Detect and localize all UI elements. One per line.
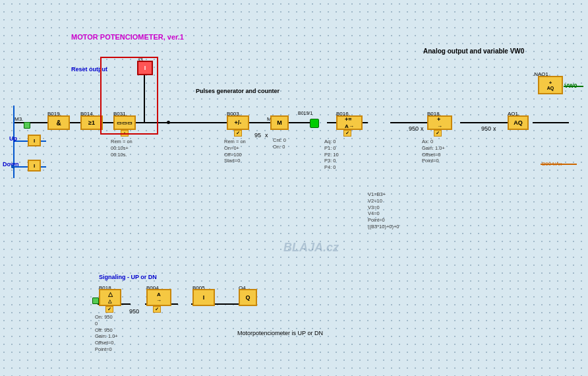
b016-info: Aq: 0 P1: 0 P2: 10 P3: 0 P4: 0 xyxy=(324,139,339,171)
aq1-block[interactable]: AQ xyxy=(508,115,529,130)
b018-info-1: Ax: 0 Gain: 1.0+ Offset=0 Point=0 xyxy=(422,139,445,164)
up-label: Up xyxy=(9,135,17,142)
reset-red-box xyxy=(100,57,158,135)
b016-right-info: V1=B3+ V2=10 V3=0 V4=0 Point=0 ((B3*10)+… xyxy=(368,191,399,230)
b004ax-label: B004/Ax xyxy=(542,161,562,167)
b004-sub: ✓ xyxy=(153,306,161,313)
i2-block[interactable]: I xyxy=(28,160,41,172)
diagram: MOTOR POTENCIOMETER, ver.1 Analog output… xyxy=(0,0,588,376)
naq1-block[interactable]: + AQ xyxy=(538,76,563,94)
val-950-bottom: 950 xyxy=(129,308,139,315)
b031-info: Rem = on 00:10s+ 00:10s. xyxy=(111,139,132,158)
b018-sub2: ✓ xyxy=(105,306,113,313)
b018-bottom-info: On: 950 0 Off: 950 Gain: 1.0+ Offset=0 P… xyxy=(95,314,118,353)
val-950-2: 950 xyxy=(481,125,491,132)
wire-aq1-naq1 xyxy=(533,122,569,123)
watermark: BLAJA.cz xyxy=(283,241,339,255)
dot-1 xyxy=(167,121,170,124)
i1-block[interactable]: I xyxy=(28,135,41,146)
b0191-indicator xyxy=(310,119,319,128)
analog-output-label: Analog output and variable VW0 xyxy=(423,47,524,55)
b003-block[interactable]: +/- xyxy=(227,115,249,130)
val-x1: x xyxy=(421,125,424,132)
val-950-1: 950 xyxy=(409,125,419,132)
b014-block[interactable]: ≥1 xyxy=(80,115,103,130)
m3-block-2[interactable]: M xyxy=(270,115,289,130)
val-x2: x xyxy=(493,125,496,132)
wire-b031-b003 xyxy=(169,122,228,123)
b005-block[interactable]: I xyxy=(192,289,215,306)
bottom-indicator xyxy=(92,298,99,304)
title: MOTOR POTENCIOMETER, ver.1 xyxy=(71,33,184,41)
b018-block-2[interactable]: △△ xyxy=(99,289,121,306)
q4-block[interactable]: Q xyxy=(239,289,257,306)
b004-block[interactable]: A→ xyxy=(146,289,171,306)
m3-indicator-1 xyxy=(24,122,30,129)
b018-sub1: ✓ xyxy=(434,130,442,137)
motorpot-label: Motorpotenciometer is UP or DN xyxy=(237,330,323,336)
b003-cnt-info: Cnt: 0 On: 0 xyxy=(273,137,286,150)
m3-label-1: M3. xyxy=(15,116,23,122)
b016-sub: ✓ xyxy=(343,130,351,137)
val-x3: x xyxy=(265,132,268,139)
b019-block[interactable]: & xyxy=(47,115,70,130)
b018-block-1[interactable]: +→ xyxy=(427,115,452,130)
signaling-label: Signaling - UP or DN xyxy=(99,274,157,280)
b016-block[interactable]: +=A→ xyxy=(336,115,363,130)
val-95: 95 xyxy=(254,132,261,139)
pulses-label: Pulses generator and counter xyxy=(196,88,279,94)
b003-info: Rem = on On=0+ Off=100 Start=0 xyxy=(224,139,246,164)
b003-sub: ✓ xyxy=(234,130,242,137)
vw0-label: VW0 xyxy=(564,82,577,89)
b0191-label: B019/1 xyxy=(298,111,312,115)
dot-down-blue xyxy=(11,165,15,168)
